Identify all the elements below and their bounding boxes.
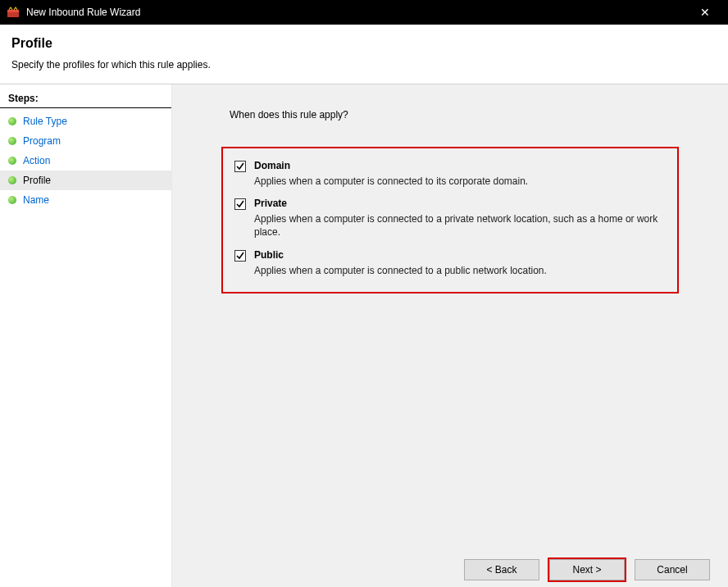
checkbox-private[interactable] <box>234 198 246 210</box>
svg-rect-1 <box>7 10 19 12</box>
option-desc: Applies when a computer is connected to … <box>254 264 662 277</box>
firewall-icon <box>7 6 20 19</box>
wizard-header: Profile Specify the profiles for which t… <box>0 25 728 84</box>
bullet-icon <box>8 176 16 184</box>
close-button[interactable]: ✕ <box>689 6 721 19</box>
checkbox-domain[interactable] <box>234 161 246 172</box>
step-name[interactable]: Name <box>0 190 171 210</box>
next-button[interactable]: Next > <box>549 559 625 580</box>
option-name: Domain <box>254 160 662 171</box>
steps-header: Steps: <box>0 89 171 108</box>
main-panel: When does this rule apply? Domain Applie… <box>172 84 728 587</box>
step-program[interactable]: Program <box>0 131 171 151</box>
step-label: Action <box>23 155 50 166</box>
check-icon <box>236 252 244 260</box>
bullet-icon <box>8 196 16 204</box>
titlebar: New Inbound Rule Wizard ✕ <box>0 0 728 25</box>
step-label: Name <box>23 194 49 206</box>
bullet-icon <box>8 157 16 165</box>
option-desc: Applies when a computer is connected to … <box>254 212 662 239</box>
cancel-button[interactable]: Cancel <box>635 559 710 580</box>
bullet-icon <box>8 117 16 125</box>
option-private: Private Applies when a computer is conne… <box>228 198 662 239</box>
checkbox-public[interactable] <box>234 250 246 262</box>
option-desc: Applies when a computer is connected to … <box>254 175 662 188</box>
step-action[interactable]: Action <box>0 151 171 171</box>
check-icon <box>236 200 244 208</box>
check-icon <box>236 162 244 171</box>
bullet-icon <box>8 137 16 145</box>
step-label: Profile <box>23 175 51 186</box>
options-group-highlight: Domain Applies when a computer is connec… <box>221 147 679 294</box>
question-text: When does this rule apply? <box>230 109 695 121</box>
step-label: Rule Type <box>23 116 67 127</box>
back-button[interactable]: < Back <box>464 559 539 580</box>
steps-sidebar: Steps: Rule Type Program Action Profile … <box>0 84 172 587</box>
step-profile[interactable]: Profile <box>0 171 171 190</box>
option-name: Private <box>254 198 662 209</box>
step-rule-type[interactable]: Rule Type <box>0 111 171 131</box>
page-subtitle: Specify the profiles for which this rule… <box>11 59 717 71</box>
page-title: Profile <box>11 36 717 51</box>
window-title: New Inbound Rule Wizard <box>26 7 689 18</box>
option-public: Public Applies when a computer is connec… <box>228 249 662 277</box>
wizard-footer: < Back Next > Cancel <box>464 559 710 580</box>
option-name: Public <box>254 249 662 261</box>
option-domain: Domain Applies when a computer is connec… <box>228 160 662 188</box>
step-label: Program <box>23 135 61 147</box>
